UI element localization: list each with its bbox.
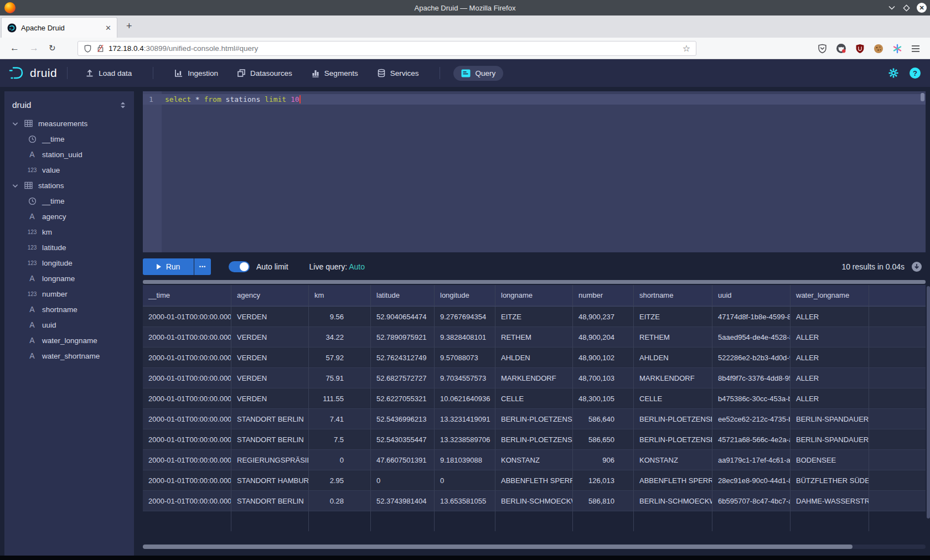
cell-water-longname[interactable]: BERLIN-SPANDAUER-S [790,429,869,450]
query-editor[interactable]: 1 select * from stations limit 10 [143,91,926,252]
cell-shortname[interactable]: MARKLENDORF [634,368,712,388]
cell-longitude[interactable]: 13.3231419091 [435,409,495,429]
tab-close-icon[interactable]: ✕ [105,24,111,32]
nav-item-datasources[interactable]: Datasources [229,65,300,81]
tree-column-shortname[interactable]: Ashortname [4,302,134,317]
cell-longitude[interactable]: 13.653581055 [435,491,495,511]
editor-scrollbar-thumb[interactable] [921,93,924,101]
cell-agency[interactable]: STANDORT BERLIN [231,429,309,450]
cell-longitude[interactable]: 9.181039088 [435,450,495,470]
cell-latitude[interactable]: 47.6607501391 [371,450,435,470]
live-query-control[interactable]: Live query: Auto [309,262,365,271]
cell-water-longname[interactable]: BERLIN-SPANDAUER-S [790,409,869,429]
cell-longitude[interactable]: 13.3238589706 [435,429,495,450]
column-header-longname[interactable]: longname [495,285,573,306]
back-button[interactable]: ← [10,43,19,54]
cell-shortname[interactable]: BERLIN-SCHMOECKWIT [634,491,712,511]
cell---time[interactable]: 2000-01-01T00:00:00.000Z [143,470,231,491]
cell-water-longname[interactable]: ALLER [790,348,869,368]
tree-column-agency[interactable]: Aagency [4,209,134,224]
cell-agency[interactable]: STANDORT HAMBURG [231,470,309,491]
ublock-origin-icon[interactable] [855,44,865,54]
cell-water-longname[interactable]: ALLER [790,368,869,388]
cell-uuid[interactable]: 47174d8f-1b8e-4599-8a [712,307,790,327]
cell-uuid[interactable]: 45721a68-566c-4e2a-a6 [712,429,790,450]
cell-uuid[interactable]: aa9179c1-17ef-4c61-a48 [712,450,790,470]
new-tab-button[interactable]: + [126,22,132,30]
column-header-km[interactable]: km [309,285,371,306]
cell-km[interactable]: 2.95 [309,470,371,491]
cell-shortname[interactable]: EITZE [634,307,712,327]
window-close-button[interactable]: ✕ [917,3,927,13]
hamburger-menu-icon[interactable] [911,45,920,53]
bookmark-star-icon[interactable]: ☆ [683,43,690,54]
column-header-number[interactable]: number [573,285,634,306]
url-bar[interactable]: 172.18.0.4:30899/unified-console.html#qu… [78,41,696,56]
cell-longitude[interactable]: 9.57088073 [435,348,495,368]
tree-column-station-uuid[interactable]: Astation_uuid [4,147,134,162]
column-header-shortname[interactable]: shortname [634,285,712,306]
tree-column-longitude[interactable]: 123longitude [4,255,134,271]
cell-longname[interactable]: ABBENFLETH SPERRWEI [495,470,573,491]
settings-gear-icon[interactable] [888,68,899,79]
pocket-shield-icon[interactable] [818,44,827,54]
cell-shortname[interactable]: CELLE [634,388,712,409]
sql-query-text[interactable]: select * from stations limit 10 [165,94,301,105]
cell-number[interactable]: 586,640 [573,409,634,429]
cell---time[interactable]: 2000-01-01T00:00:00.000Z [143,348,231,368]
cell---time[interactable]: 2000-01-01T00:00:00.000Z [143,327,231,348]
cell-longname[interactable]: EITZE [495,307,573,327]
cell-latitude[interactable]: 0 [371,470,435,491]
cell-uuid[interactable]: 6b595707-8c47-4bc7-a8 [712,491,790,511]
nav-item-query[interactable]: Query [453,66,503,81]
column-header---time[interactable]: __time [143,285,231,306]
cell-km[interactable]: 34.22 [309,327,371,348]
cell-number[interactable]: 48,900,102 [573,348,634,368]
cell-km[interactable]: 0.28 [309,491,371,511]
cell---time[interactable]: 2000-01-01T00:00:00.000Z [143,388,231,409]
cell-longname[interactable]: KONSTANZ [495,450,573,470]
tree-column-value[interactable]: 123value [4,162,134,178]
cell-km[interactable]: 9.56 [309,307,371,327]
nav-item-load-data[interactable]: Load data [78,65,140,81]
tree-column-longname[interactable]: Alongname [4,271,134,286]
cell-shortname[interactable]: BERLIN-PLOETZENSEE U [634,429,712,450]
double-caret-vertical-icon[interactable] [120,101,126,109]
chevron-down-icon[interactable] [12,120,18,128]
cell-agency[interactable]: VERDEN [231,368,309,388]
cell-agency[interactable]: STANDORT BERLIN [231,409,309,429]
tree-column-uuid[interactable]: Auuid [4,317,134,333]
colorful-asterisk-icon[interactable] [892,44,902,54]
cell-agency[interactable]: STANDORT BERLIN [231,491,309,511]
cell-number[interactable]: 906 [573,450,634,470]
cell---time[interactable]: 2000-01-01T00:00:00.000Z [143,429,231,450]
forward-button[interactable]: → [29,43,39,54]
schema-selector[interactable]: druid [4,95,134,116]
nav-item-services[interactable]: Services [369,65,427,81]
cell---time[interactable]: 2000-01-01T00:00:00.000Z [143,450,231,470]
nav-item-ingestion[interactable]: Ingestion [167,65,226,81]
cell-water-longname[interactable]: ALLER [790,327,869,348]
help-icon[interactable]: ? [909,67,921,79]
cell-latitude[interactable]: 52.7890975921 [371,327,435,348]
window-maximize-button[interactable] [900,2,912,14]
results-bottom-scrollbar-thumb[interactable] [143,545,852,549]
column-header-agency[interactable]: agency [231,285,309,306]
cell-agency[interactable]: REGIERUNGSPRÄSIDIUM [231,450,309,470]
cell-longname[interactable]: MARKLENDORF [495,368,573,388]
cell-number[interactable]: 126,013 [573,470,634,491]
cell-uuid[interactable]: b475386c-30cc-453a-b3 [712,388,790,409]
cell-number[interactable]: 586,650 [573,429,634,450]
cell-km[interactable]: 57.92 [309,348,371,368]
column-header-uuid[interactable]: uuid [712,285,790,306]
cell-km[interactable]: 111.55 [309,388,371,409]
auto-limit-toggle[interactable] [229,261,250,272]
cell-longitude[interactable]: 9.3828408101 [435,327,495,348]
cell-km[interactable]: 7.41 [309,409,371,429]
cell-agency[interactable]: VERDEN [231,348,309,368]
cell-latitude[interactable]: 52.5430355447 [371,429,435,450]
nav-item-segments[interactable]: Segments [303,65,366,81]
tree-table-stations[interactable]: stations [4,178,134,193]
cell-uuid[interactable]: 522286e2-b2b3-4d0d-9a [712,348,790,368]
cell-longitude[interactable]: 0 [435,470,495,491]
